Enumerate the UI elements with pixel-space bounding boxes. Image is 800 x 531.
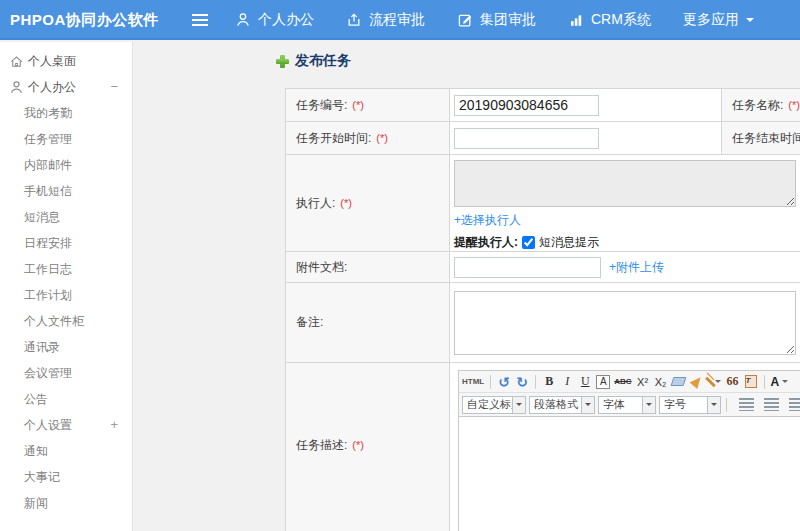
underline-button[interactable]: U (578, 373, 592, 391)
task-desc-label: 任务描述:(*) (286, 363, 450, 531)
sms-tip-label: 短消息提示 (539, 234, 599, 251)
executor-textarea[interactable] (454, 160, 796, 207)
sms-remind-checkbox[interactable] (522, 236, 535, 249)
sidebar-item-label: 短消息 (24, 209, 60, 226)
sidebar-item[interactable]: 公告 (0, 386, 132, 412)
sidebar-item[interactable]: 我的考勤 (0, 100, 132, 126)
sidebar-item-label: 大事记 (24, 469, 60, 486)
sidebar-item-label: 通讯录 (24, 339, 60, 356)
font-box-button[interactable]: A (596, 375, 610, 389)
sidebar-item[interactable]: 个人桌面 (0, 48, 132, 74)
sidebar-item[interactable]: 工作日志 (0, 256, 132, 282)
remark-label: 备注: (286, 283, 450, 363)
editor-content-area[interactable] (459, 417, 800, 531)
chevron-down-icon (782, 380, 788, 386)
sidebar-item[interactable]: 通知 (0, 438, 132, 464)
sidebar-item-label: 个人桌面 (28, 53, 76, 70)
label-text: 任务描述: (296, 438, 347, 452)
chevron-down-icon (642, 397, 655, 413)
sidebar-item[interactable]: 日程安排 (0, 230, 132, 256)
expand-toggle-icon[interactable]: − (110, 74, 118, 100)
sidebar-item[interactable]: 会议管理 (0, 360, 132, 386)
strikethrough-button[interactable]: ABC (614, 373, 631, 391)
required-mark: (*) (352, 439, 364, 451)
publish-task-form: 任务编号:(*) 任务名称:(*) 任务开始时间:(*) 任务结束时 (285, 88, 800, 531)
align-center-icon[interactable] (764, 398, 779, 411)
end-time-label: 任务结束时间:(*) (722, 122, 800, 155)
nav-item[interactable]: 个人办公 (235, 11, 314, 29)
required-mark: (*) (376, 132, 388, 144)
sidebar-item-label: 工作计划 (24, 287, 72, 304)
sidebar-item[interactable]: 短消息 (0, 204, 132, 230)
undo-icon[interactable]: ↺ (497, 373, 511, 391)
nav-item-label: 更多应用 (683, 11, 739, 29)
sidebar-item-label: 内部邮件 (24, 157, 72, 174)
font-size-select[interactable]: 字号 (659, 396, 721, 414)
sidebar-item[interactable]: 个人文件柜 (0, 308, 132, 334)
magic-wand-button[interactable] (708, 373, 722, 391)
remark-textarea[interactable] (454, 291, 796, 355)
label-text: 备注: (296, 315, 323, 329)
remind-executor-label: 提醒执行人: (454, 234, 518, 251)
sidebar-item[interactable]: 新闻 (0, 490, 132, 516)
attachment-upload-link[interactable]: +附件上传 (609, 259, 664, 276)
sidebar-item-label: 个人设置 (24, 417, 72, 434)
align-right-icon[interactable] (789, 398, 800, 411)
attachment-label: 附件文档: (286, 252, 450, 283)
nav-item-label: 个人办公 (258, 11, 314, 29)
sidebar: 个人桌面个人办公−我的考勤任务管理内部邮件手机短信短消息日程安排工作日志工作计划… (0, 42, 133, 531)
sidebar-item-label: 公告 (24, 391, 48, 408)
nav-item[interactable]: 集团审批 (457, 11, 536, 29)
start-time-input[interactable] (454, 128, 599, 149)
sidebar-item[interactable]: 大事记 (0, 464, 132, 490)
sidebar-item[interactable]: 工作计划 (0, 282, 132, 308)
superscript-button[interactable]: X² (636, 373, 650, 391)
chevron-down-icon (581, 397, 594, 413)
font-family-select[interactable]: 字体 (598, 396, 656, 414)
toolbar-separator (726, 398, 727, 412)
sidebar-item-label: 会议管理 (24, 365, 72, 382)
top-header: PHPOA协同办公软件 个人办公流程审批集团审批CRM系统更多应用 (0, 0, 800, 40)
choose-executor-link[interactable]: +选择执行人 (454, 213, 521, 227)
paragraph-format-select[interactable]: 段落格式 (529, 396, 595, 414)
sidebar-item[interactable]: 个人办公− (0, 74, 132, 100)
label-text: 附件文档: (296, 260, 347, 274)
redo-icon[interactable]: ↻ (515, 373, 529, 391)
sidebar-item[interactable]: 内部邮件 (0, 152, 132, 178)
sidebar-item[interactable]: 个人设置+ (0, 412, 132, 438)
italic-button[interactable]: I (560, 373, 574, 391)
nav-item[interactable]: 更多应用 (683, 11, 754, 29)
font-color-letter: A (771, 375, 780, 389)
eraser-icon[interactable] (671, 377, 687, 386)
sidebar-item-label: 手机短信 (24, 183, 72, 200)
nav-item[interactable]: CRM系统 (568, 11, 651, 29)
subscript-button[interactable]: X₂ (654, 373, 668, 391)
app-window: PHPOA协同办公软件 个人办公流程审批集团审批CRM系统更多应用 个人桌面个人… (0, 0, 800, 531)
sidebar-item[interactable]: 任务管理 (0, 126, 132, 152)
align-left-icon[interactable] (739, 398, 754, 411)
blockquote-button[interactable]: 66 (726, 373, 740, 391)
paste-icon[interactable]: T (745, 375, 757, 388)
expand-toggle-icon[interactable]: + (110, 412, 118, 438)
caret-down-icon (746, 18, 754, 26)
bold-button[interactable]: B (542, 373, 556, 391)
home-icon (9, 54, 24, 69)
sidebar-item[interactable]: 手机短信 (0, 178, 132, 204)
font-color-button[interactable]: A (771, 373, 789, 391)
heading-select[interactable]: 自定义标题 (462, 396, 526, 414)
format-brush-icon[interactable] (689, 374, 704, 389)
sidebar-item-label: 新闻 (24, 495, 48, 512)
app-logo: PHPOA协同办公软件 (10, 0, 159, 40)
sidebar-item[interactable]: 通讯录 (0, 334, 132, 360)
menu-toggle-icon[interactable] (192, 14, 208, 26)
main-content: 发布任务 任务编号:(*) 任务名称:(*) 任务开始时间:(*) (134, 42, 800, 531)
crm-chart-icon (568, 12, 584, 28)
page-title-row: 发布任务 (276, 52, 351, 70)
user-icon (9, 80, 24, 95)
attachment-input[interactable] (454, 257, 601, 278)
nav-item[interactable]: 流程审批 (346, 11, 425, 29)
chevron-down-icon (707, 397, 720, 413)
html-source-button[interactable]: HTML (462, 373, 484, 391)
task-no-input[interactable] (454, 95, 599, 116)
sidebar-item-label: 通知 (24, 443, 48, 460)
